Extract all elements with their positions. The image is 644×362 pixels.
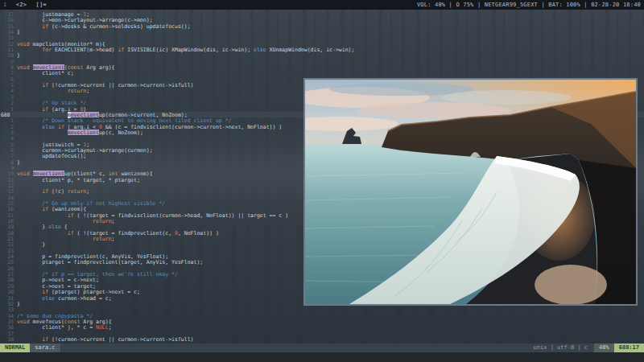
line-number: 25 bbox=[0, 259, 17, 265]
code-token: ; bbox=[112, 236, 115, 242]
code-line: 36 client* j, * c = NULL; bbox=[0, 324, 644, 330]
scroll-percent: 40% bbox=[594, 343, 614, 352]
line-number: 37 bbox=[0, 331, 17, 336]
line-number: 36 bbox=[0, 324, 17, 330]
line-number: 688 bbox=[0, 112, 17, 117]
line-number: 13 bbox=[0, 35, 17, 40]
statusline-spacer bbox=[60, 343, 527, 352]
code-line: 8void moveclient(const Arg arg){ bbox=[0, 64, 644, 70]
line-number: 10 bbox=[0, 52, 17, 58]
line-number: 1 bbox=[0, 117, 17, 123]
code-token: return bbox=[93, 218, 112, 224]
code-line: 14} bbox=[0, 29, 644, 35]
line-number: 30 bbox=[0, 289, 17, 294]
code-token: ; bbox=[86, 188, 89, 195]
line-number: 5 bbox=[0, 82, 17, 88]
filename-label: sara.c bbox=[30, 343, 60, 352]
image-viewer-window[interactable] bbox=[303, 78, 638, 306]
code-token: (c->desks & curmon->seldesks) updatefocu… bbox=[48, 23, 190, 30]
code-token: XUnmapWindow(dis, ic->win); bbox=[266, 47, 355, 53]
line-number: 1 bbox=[0, 106, 17, 112]
code-token bbox=[17, 188, 42, 195]
code-token: (!curmon->current || curmon->current->is… bbox=[48, 336, 193, 343]
tag-1[interactable]: 1 bbox=[3, 2, 6, 8]
tag-2-selected[interactable]: <2> bbox=[16, 2, 27, 8]
vim-command-line[interactable] bbox=[0, 352, 644, 362]
line-number: 33 bbox=[0, 306, 17, 312]
code-line: 9 bbox=[0, 59, 644, 64]
code-line: 37 bbox=[0, 331, 644, 336]
code-token: return bbox=[68, 188, 87, 195]
line-number: 16 bbox=[0, 17, 17, 23]
line-number: 27 bbox=[0, 271, 17, 277]
line-number: 15 bbox=[0, 23, 17, 29]
line-number: 9 bbox=[0, 59, 17, 64]
line-number: 38 bbox=[0, 336, 17, 342]
code-token: , NoFloat)) ) bbox=[178, 230, 219, 237]
line-number: 12 bbox=[0, 41, 17, 47]
line-number: 32 bbox=[0, 301, 17, 306]
line-number: 6 bbox=[0, 76, 17, 82]
line-number: 11 bbox=[0, 47, 17, 52]
wm-tags: 1 <2> []= bbox=[3, 0, 47, 10]
code-line: 15 if (c->desks & curmon->seldesks) upda… bbox=[0, 23, 644, 29]
line-number: 11 bbox=[0, 177, 17, 183]
code-line: 16 c->mon->curlayout->arrange(c->mon); bbox=[0, 17, 644, 23]
code-token: } bbox=[17, 29, 20, 35]
code-token bbox=[17, 336, 42, 343]
line-number: 6 bbox=[0, 147, 17, 153]
line-number: 7 bbox=[0, 70, 17, 76]
code-line: 7 client* c; bbox=[0, 70, 644, 76]
line-number: 20 bbox=[0, 230, 17, 236]
code-token: return bbox=[93, 236, 112, 242]
layout-symbol[interactable]: []= bbox=[36, 2, 47, 8]
line-number: 4 bbox=[0, 88, 17, 93]
code-token: ; bbox=[86, 88, 89, 94]
line-number: 10 bbox=[0, 171, 17, 176]
cursor-position: 688:17 bbox=[614, 343, 644, 352]
line-number: 31 bbox=[0, 295, 17, 301]
desktop: { "topbar": { "tag_other": "1", "tag_sel… bbox=[0, 0, 644, 362]
line-number: 14 bbox=[0, 29, 17, 35]
code-line: 17 justmanage = 1; bbox=[0, 11, 644, 17]
code-token: else bbox=[254, 47, 266, 53]
code-line: 38 if (!curmon->current || curmon->curre… bbox=[0, 336, 644, 342]
line-number: 23 bbox=[0, 248, 17, 253]
line-number: 8 bbox=[0, 159, 17, 165]
code-token: ; bbox=[112, 218, 115, 224]
line-number: 2 bbox=[0, 100, 17, 105]
fileinfo-label: unix | utf-8 | c bbox=[527, 343, 594, 352]
line-number: 14 bbox=[0, 195, 17, 200]
code-line: 13 bbox=[0, 35, 644, 40]
line-number: 3 bbox=[0, 130, 17, 135]
line-number: 12 bbox=[0, 183, 17, 188]
code-token: return bbox=[68, 88, 87, 94]
code-token: curmon->head = c; bbox=[55, 295, 112, 302]
code-line: 10} bbox=[0, 52, 644, 58]
line-number: 9 bbox=[0, 165, 17, 171]
line-number: 17 bbox=[0, 11, 17, 17]
line-number: 35 bbox=[0, 319, 17, 324]
code-token: ; bbox=[109, 324, 112, 331]
code-token: ptarget = findprevclient(target, AnyVis,… bbox=[17, 259, 203, 265]
code-token: updatefocus(); bbox=[17, 153, 86, 159]
line-number: 7 bbox=[0, 153, 17, 158]
code-token: } bbox=[17, 301, 20, 307]
code-line: 34/* some dum copypasta */ bbox=[0, 313, 644, 319]
vim-mode-indicator: NORMAL bbox=[0, 343, 30, 352]
line-number: 13 bbox=[0, 188, 17, 194]
code-token: } bbox=[17, 52, 20, 59]
code-token: up(c, NoZoom); bbox=[99, 130, 143, 136]
code-token: } bbox=[17, 241, 45, 248]
line-number: 22 bbox=[0, 241, 17, 247]
code-line: 35void movefocus(const Arg arg){ bbox=[0, 319, 644, 324]
code-token: Arg arg){ bbox=[83, 64, 114, 71]
vim-statusline: NORMAL sara.c unix | utf-8 | c 40% 688:1… bbox=[0, 343, 644, 352]
code-token: client* p, * target, * ptarget; bbox=[17, 177, 140, 183]
line-number: 19 bbox=[0, 224, 17, 229]
line-number: 15 bbox=[0, 200, 17, 206]
code-token bbox=[17, 88, 68, 94]
line-number: 29 bbox=[0, 283, 17, 289]
code-token: client* c; bbox=[17, 70, 74, 76]
line-number: 5 bbox=[0, 142, 17, 147]
